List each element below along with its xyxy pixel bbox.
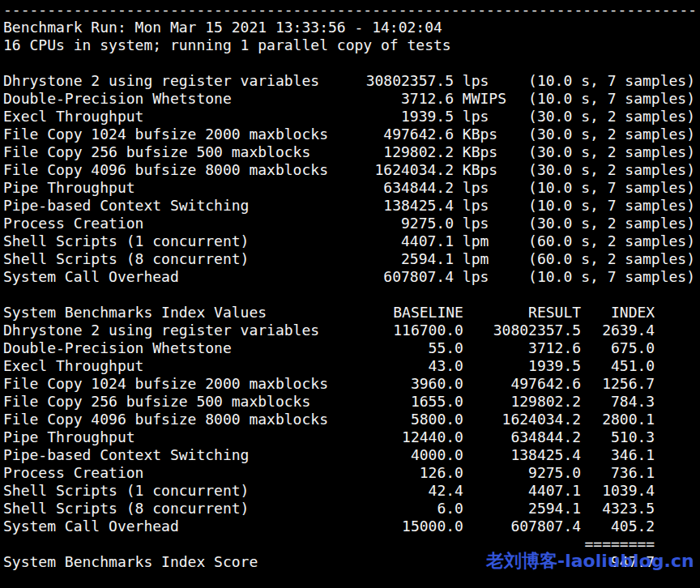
spacer [249,250,331,268]
benchmark-result-row: File Copy 1024 bufsize 2000 maxblocks 49… [3,126,695,143]
benchmark-name: File Copy 1024 bufsize 2000 maxblocks [3,375,328,393]
spacer [143,108,331,126]
benchmark-unit: lps [463,215,528,232]
benchmark-unit: KBps [463,126,528,143]
benchmark-sample-info: (30.0 s, 2 samples) [528,215,695,232]
result-value: 634844.2 [467,428,581,446]
baseline-value: 4000.0 [340,446,463,464]
spacer [267,304,340,322]
benchmark-unit: lps [463,197,528,215]
index-table-row: Dhrystone 2 using register variables 116… [3,322,695,339]
benchmark-name: File Copy 4096 bufsize 8000 maxblocks [3,411,328,428]
cpu-info-text: 16 CPUs in system; running 1 parallel co… [3,36,451,54]
spacer [179,518,340,535]
index-table-row: Execl Throughput 43.0 1939.5 451.0 [3,357,695,375]
spacer [135,179,331,197]
index-table-title: System Benchmarks Index Values [3,304,267,322]
benchmark-sample-info: (30.0 s, 2 samples) [528,108,695,126]
index-value: 451.0 [584,357,655,375]
spacer [310,143,331,161]
benchmark-value: 138425.4 [331,197,454,215]
benchmark-name: Pipe Throughput [3,428,135,446]
benchmark-name: File Copy 4096 bufsize 8000 maxblocks [3,161,328,179]
index-table-row: File Copy 1024 bufsize 2000 maxblocks 39… [3,375,695,393]
benchmark-sample-info: (30.0 s, 2 samples) [528,126,695,143]
benchmark-result-row: File Copy 4096 bufsize 8000 maxblocks 16… [3,161,695,179]
benchmark-name: Pipe-based Context Switching [3,446,249,464]
spacer [249,446,340,464]
benchmark-value: 30802357.5 [331,72,454,90]
baseline-value: 55.0 [340,339,463,357]
benchmark-sample-info: (10.0 s, 7 samples) [528,197,695,215]
benchmark-unit: KBps [463,143,528,161]
benchmark-unit: lpm [463,250,528,268]
benchmark-name: Double-Precision Whetstone [3,339,232,357]
column-header-result: RESULT [467,304,581,322]
spacer [143,357,340,375]
index-value: 4323.5 [584,500,655,518]
baseline-value: 43.0 [340,357,463,375]
benchmark-unit: lps [463,108,528,126]
baseline-value: 15000.0 [340,518,463,535]
benchmark-name: System Call Overhead [3,518,179,535]
index-table-row: Pipe Throughput 12440.0 634844.2 510.3 [3,428,695,446]
benchmark-value: 634844.2 [331,179,454,197]
benchmark-name: Process Creation [3,215,143,232]
blank-line [3,286,695,304]
result-value: 607807.4 [467,518,581,535]
dashed-separator: ----------------------------------------… [3,1,695,19]
result-value: 9275.0 [467,464,581,482]
index-value: 784.3 [584,393,655,411]
benchmark-value: 1624034.2 [331,161,454,179]
benchmark-result-row: File Copy 256 bufsize 500 maxblocks 1298… [3,143,695,161]
spacer [319,322,340,339]
baseline-value: 1655.0 [340,393,463,411]
result-value: 129802.2 [467,393,581,411]
benchmark-result-row: Pipe-based Context Switching 138425.4 lp… [3,197,695,215]
index-table-row: Shell Scripts (8 concurrent) 6.0 2594.1 … [3,500,695,518]
benchmark-name: Double-Precision Whetstone [3,90,232,108]
benchmark-sample-info: (60.0 s, 2 samples) [528,250,695,268]
benchmark-sample-info: (30.0 s, 2 samples) [528,161,695,179]
blank-line [3,54,695,72]
benchmark-value: 129802.2 [331,143,454,161]
index-value: 346.1 [584,446,655,464]
watermark: 老刘博客-laoliublog.cn [486,552,694,570]
spacer [249,197,331,215]
index-value: 2800.1 [584,411,655,428]
benchmark-result-row: Execl Throughput 1939.5 lps (30.0 s, 2 s… [3,108,695,126]
benchmark-unit: lps [463,268,528,286]
spacer [249,232,331,250]
benchmark-sample-info: (30.0 s, 2 samples) [528,143,695,161]
benchmark-sample-info: (10.0 s, 7 samples) [528,179,695,197]
spacer [143,464,340,482]
benchmark-sample-info: (10.0 s, 7 samples) [528,90,695,108]
index-table-row: Pipe-based Context Switching 4000.0 1384… [3,446,695,464]
baseline-value: 6.0 [340,500,463,518]
index-value: 405.2 [584,518,655,535]
benchmark-name: File Copy 1024 bufsize 2000 maxblocks [3,126,328,143]
result-value: 497642.6 [467,375,581,393]
benchmark-value: 4407.1 [331,232,454,250]
baseline-value: 3960.0 [340,375,463,393]
spacer [135,428,341,446]
index-table-row: File Copy 4096 bufsize 8000 maxblocks 58… [3,411,695,428]
benchmark-result-row: Shell Scripts (8 concurrent) 2594.1 lpm … [3,250,695,268]
baseline-value: 126.0 [340,464,463,482]
benchmark-name: Execl Throughput [3,108,143,126]
benchmark-run-line: Benchmark Run: Mon Mar 15 2021 13:33:56 … [3,19,695,36]
spacer [249,500,340,518]
index-value: 1039.4 [584,482,655,500]
baseline-value: 116700.0 [340,322,463,339]
benchmark-unit: lps [463,179,528,197]
spacer [179,268,331,286]
baseline-value: 5800.0 [340,411,463,428]
benchmark-sample-info: (10.0 s, 7 samples) [528,72,695,90]
benchmark-value: 9275.0 [331,215,454,232]
benchmark-value: 2594.1 [331,250,454,268]
benchmark-result-row: Double-Precision Whetstone 3712.6 MWIPS … [3,90,695,108]
benchmark-unit: KBps [463,161,528,179]
index-table-row: Process Creation 126.0 9275.0 736.1 [3,464,695,482]
baseline-value: 42.4 [340,482,463,500]
benchmark-value: 1939.5 [331,108,454,126]
